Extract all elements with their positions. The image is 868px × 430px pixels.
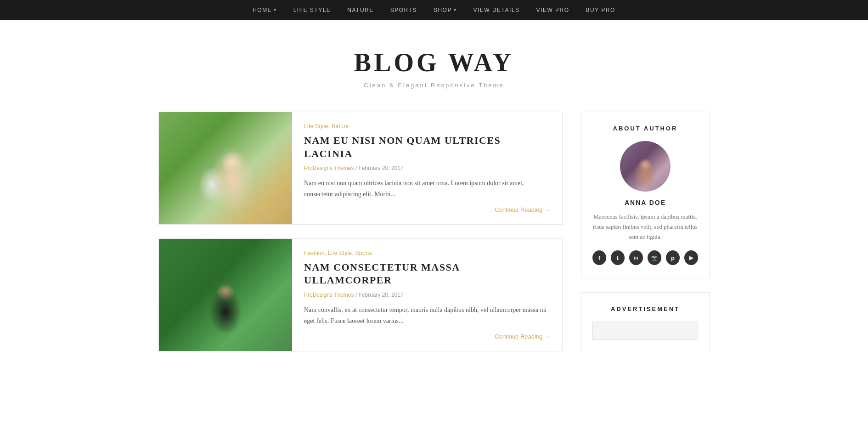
post-excerpt: Nam eu nisi non quam ultrices lacinia no… [304, 178, 550, 200]
avatar [620, 141, 671, 192]
nav-home[interactable]: HOME ▾ [244, 0, 285, 20]
post-date: / February 20, 2017 [355, 165, 404, 171]
continue-reading-button[interactable]: Continue Reading → [304, 206, 550, 213]
chevron-down-icon: ▾ [274, 0, 277, 20]
site-tagline: Clean & Elegant Responsive Theme [9, 82, 859, 89]
post-title[interactable]: NAM CONSECTETUR MASSA ULLAMCORPER [304, 261, 550, 287]
advertisement-title: ADVERTISEMENT [592, 306, 698, 312]
post-author[interactable]: ProDesigns Themes [304, 292, 354, 298]
twitter-icon[interactable]: t [611, 250, 625, 265]
pinterest-icon[interactable]: p [666, 250, 680, 265]
post-image [159, 112, 292, 224]
post-date: / February 20, 2017 [355, 292, 404, 298]
nav-view-details[interactable]: VIEW DETAILS [465, 0, 528, 20]
linkedin-icon[interactable]: in [629, 250, 643, 265]
social-icons: f t in 📷 p ▶ [592, 250, 698, 265]
post-categories[interactable]: Life Style, Nature [304, 123, 550, 130]
post-card: Fashion, Life Style, Sports NAM CONSECTE… [158, 238, 563, 351]
main-content: Life Style, Nature NAM EU NISI NON QUAM … [158, 112, 563, 367]
nav-nature[interactable]: NATURE [339, 0, 382, 20]
nav-sports[interactable]: SPORTS [382, 0, 425, 20]
nav-lifestyle[interactable]: LIFE STYLE [285, 0, 339, 20]
post-body: Life Style, Nature NAM EU NISI NON QUAM … [292, 112, 562, 224]
nav-view-pro[interactable]: VIEW PRO [528, 0, 578, 20]
post-card: Life Style, Nature NAM EU NISI NON QUAM … [158, 112, 563, 225]
post-author[interactable]: ProDesigns Themes [304, 165, 354, 171]
sidebar: ABOUT AUTHOR ANNA DOE Maecenas facilisis… [581, 112, 710, 367]
post-categories[interactable]: Fashion, Life Style, Sports [304, 250, 550, 256]
chevron-down-icon: ▾ [454, 0, 457, 20]
about-author-widget: ABOUT AUTHOR ANNA DOE Maecenas facilisis… [581, 112, 710, 278]
post-meta: ProDesigns Themes / February 20, 2017 [304, 292, 550, 298]
about-author-title: ABOUT AUTHOR [592, 125, 698, 132]
post-title[interactable]: NAM EU NISI NON QUAM ULTRICES LACINIA [304, 134, 550, 160]
facebook-icon[interactable]: f [592, 250, 606, 265]
author-name: ANNA DOE [592, 199, 698, 206]
page-wrap: Life Style, Nature NAM EU NISI NON QUAM … [145, 112, 723, 395]
advertisement-widget: ADVERTISEMENT [581, 292, 710, 353]
post-image [159, 239, 292, 351]
instagram-icon[interactable]: 📷 [648, 250, 661, 265]
ad-placeholder [592, 322, 698, 340]
nav-shop[interactable]: SHOP ▾ [425, 0, 465, 20]
continue-reading-button[interactable]: Continue Reading → [304, 333, 550, 340]
post-body: Fashion, Life Style, Sports NAM CONSECTE… [292, 239, 562, 351]
main-nav: HOME ▾ LIFE STYLE NATURE SPORTS SHOP ▾ V… [0, 0, 868, 20]
post-excerpt: Nam convallis, ex at consectetur tempor,… [304, 305, 550, 327]
site-title: BLOG WAY [9, 48, 859, 77]
youtube-icon[interactable]: ▶ [684, 250, 698, 265]
post-meta: ProDesigns Themes / February 20, 2017 [304, 165, 550, 171]
site-header: BLOG WAY Clean & Elegant Responsive Them… [0, 20, 868, 112]
author-bio: Maecenas facilisis, ipsum a dapibus matt… [592, 212, 698, 242]
nav-buy-pro[interactable]: BUY PRO [578, 0, 624, 20]
